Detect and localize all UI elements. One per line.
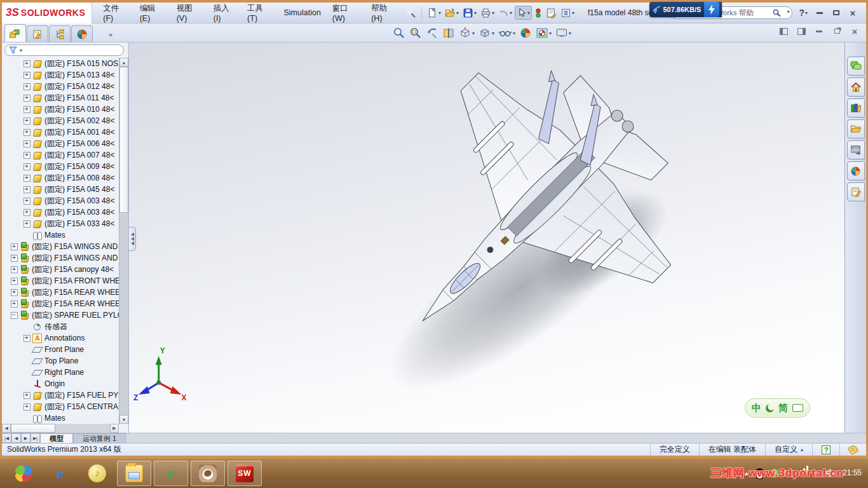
doc-close-button[interactable]: ×	[850, 27, 860, 36]
tree-item[interactable]: Annotations	[2, 332, 119, 344]
menu-item[interactable]: Simulation	[278, 6, 326, 20]
tab-display-manager[interactable]	[71, 25, 93, 42]
hide-show-items-icon[interactable]: ▾	[496, 26, 517, 40]
expander-icon[interactable]	[24, 140, 31, 147]
expander-icon[interactable]	[11, 266, 18, 273]
dropdown-caret[interactable]: ▾	[549, 30, 552, 36]
taskbar-app-icon[interactable]: e	[162, 464, 180, 482]
doc-minimize-button[interactable]	[814, 27, 824, 36]
save-button[interactable]: ▾	[461, 6, 478, 20]
scroll-thumb[interactable]	[11, 424, 55, 433]
minimize-button[interactable]	[811, 7, 828, 18]
dropdown-caret[interactable]: ▾	[527, 10, 530, 16]
open-file-button[interactable]: ▾	[444, 6, 460, 20]
taskbar-app-icon[interactable]: SW	[236, 464, 254, 482]
edit-appearance-icon[interactable]	[517, 26, 534, 40]
tree-item[interactable]: (固定) F15A 012 48<	[2, 81, 119, 92]
dropdown-caret[interactable]: ▾	[438, 10, 441, 16]
tab-feature-manager[interactable]	[4, 24, 26, 42]
expander-icon[interactable]	[24, 175, 31, 182]
tab-prev-button[interactable]: ◀	[11, 433, 21, 443]
keyboard-icon[interactable]	[792, 404, 803, 412]
tab-forum[interactable]	[847, 57, 865, 76]
expander-icon[interactable]	[24, 403, 31, 410]
tree-item[interactable]: (固定) F15A FUEL PYL	[2, 390, 119, 401]
expander-icon[interactable]	[24, 83, 31, 90]
expander-icon[interactable]	[24, 60, 31, 67]
view-orientation-icon[interactable]: ▾	[457, 26, 477, 40]
scroll-thumb[interactable]	[119, 67, 128, 213]
section-view-icon[interactable]	[440, 26, 457, 40]
select-tool-button[interactable]: ▾	[515, 6, 532, 20]
traffic-light-icon[interactable]	[533, 6, 543, 20]
tree-item[interactable]: (固定) F15A 045 48<	[2, 184, 119, 195]
dropdown-caret[interactable]: ▾	[474, 10, 477, 16]
options-list-button[interactable]: ▾	[559, 6, 576, 20]
tab-property-manager[interactable]	[27, 25, 48, 42]
tree-item[interactable]: (固定) F15A 033 48<	[2, 218, 119, 229]
tree-item[interactable]: (固定) F15A 003 48<	[2, 207, 119, 218]
tree-item[interactable]: Right Plane	[2, 367, 119, 378]
expander-icon[interactable]	[24, 369, 31, 376]
taskbar-app-icon[interactable]	[15, 464, 32, 482]
taskbar-app-icon[interactable]: ♪	[88, 464, 106, 482]
expander-icon[interactable]	[24, 358, 31, 365]
expander-icon[interactable]	[24, 118, 31, 125]
tree-vertical-scrollbar[interactable]: ▲ ▼	[119, 58, 128, 424]
graphics-viewport[interactable]: Y X Z 中 简	[129, 43, 844, 433]
scroll-left-arrow[interactable]: ◀	[2, 424, 11, 433]
ime-toolbar[interactable]: 中 简	[745, 398, 810, 417]
tree-item[interactable]: Front Plane	[2, 344, 119, 355]
tree-item[interactable]: (固定) F15A REAR WHEE	[2, 287, 119, 298]
tree-item[interactable]: (固定) F15A 003 48<	[2, 195, 119, 207]
menu-item[interactable]: 帮助(H)	[365, 1, 403, 25]
pane-toggle-right-icon[interactable]	[796, 27, 806, 36]
expander-icon[interactable]	[24, 106, 31, 113]
tree-item[interactable]: (固定) F15A 001 48<	[2, 126, 119, 138]
more-tabs-chevron[interactable]: »	[109, 30, 112, 42]
menu-item[interactable]: 文件(F)	[97, 1, 133, 25]
expander-icon[interactable]	[24, 186, 31, 193]
expander-icon[interactable]	[11, 278, 18, 285]
dropdown-caret[interactable]: ▾	[787, 9, 789, 15]
help-icon[interactable]: ?	[799, 8, 804, 18]
taskbar-app-icon[interactable]	[199, 464, 217, 482]
status-help-icon[interactable]: ?	[812, 444, 839, 456]
taskbar-button[interactable]: e	[43, 461, 78, 486]
display-style-icon[interactable]: ▾	[477, 26, 496, 40]
expander-icon[interactable]	[24, 392, 31, 399]
tab-next-button[interactable]: ▶	[21, 433, 31, 443]
expander-icon[interactable]	[11, 312, 18, 319]
menu-item[interactable]: 工具(T)	[241, 1, 278, 25]
tab-model[interactable]: 模型	[40, 433, 73, 443]
expander-icon[interactable]	[24, 415, 31, 422]
dropdown-caret[interactable]: ▾	[572, 10, 574, 16]
taskbar-button[interactable]	[191, 461, 225, 486]
tree-item[interactable]: (固定) F15A 002 48<	[2, 115, 119, 126]
tree-item[interactable]: (固定) F15A 013 48<	[2, 69, 119, 81]
tab-configuration-manager[interactable]	[49, 25, 71, 42]
tree-item[interactable]: (固定) F15A 015 NOS	[2, 58, 119, 69]
tab-custom-properties[interactable]	[847, 182, 865, 201]
tab-appearances[interactable]	[847, 161, 865, 180]
restore-button[interactable]	[828, 7, 844, 18]
dropdown-caret[interactable]: ▾	[20, 48, 22, 53]
status-custom-dropdown[interactable]: 自定义 ▴	[765, 444, 812, 456]
tree-item[interactable]: (固定) F15A 010 48<	[2, 104, 119, 115]
taskbar-button[interactable]: ♪	[80, 461, 114, 486]
tree-item[interactable]: (固定) F15A WINGS AND	[2, 241, 119, 252]
tree-item[interactable]: Mates	[2, 229, 119, 241]
scroll-right-arrow[interactable]: ▶	[110, 424, 119, 433]
expander-icon[interactable]	[24, 129, 31, 136]
expander-icon[interactable]	[11, 243, 18, 250]
panel-collapse-handle[interactable]	[129, 227, 136, 251]
pane-toggle-left-icon[interactable]	[778, 27, 789, 36]
tree-item[interactable]: (固定) F15A REAR WHEE	[2, 298, 119, 309]
tree-item[interactable]: (固定) F15A 008 48<	[2, 172, 119, 184]
expander-icon[interactable]	[24, 163, 31, 170]
expander-icon[interactable]	[24, 335, 31, 342]
dropdown-caret[interactable]: ▾	[513, 30, 515, 36]
expander-icon[interactable]	[24, 220, 31, 227]
expander-icon[interactable]	[24, 323, 31, 330]
expander-icon[interactable]	[24, 232, 31, 239]
